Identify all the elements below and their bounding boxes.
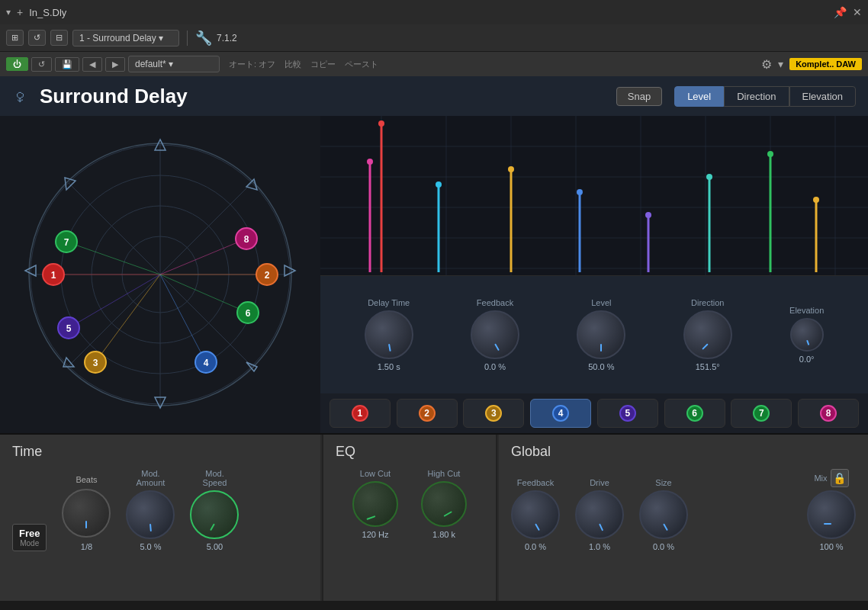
close-icon[interactable]: ✕ bbox=[853, 6, 862, 18]
mod-speed-label: Mod. Speed bbox=[203, 469, 227, 487]
high-cut-group: High Cut 1.80 k bbox=[421, 469, 467, 539]
drive-label: Drive bbox=[590, 478, 609, 487]
knob-area: Delay Time 1.50 s Feedback 0.0 % Level 5… bbox=[320, 276, 868, 393]
auto-label: オート: オフ bbox=[229, 59, 275, 70]
gear-icon[interactable]: ⚙ bbox=[761, 57, 772, 72]
eq-panel-title: EQ bbox=[336, 444, 484, 460]
channel-6-btn[interactable]: 6 bbox=[664, 399, 725, 428]
channel-7-btn[interactable]: 7 bbox=[731, 399, 792, 428]
link-btn[interactable]: ⊟ bbox=[50, 30, 68, 46]
time-panel-title: Time bbox=[12, 444, 308, 460]
delay-time-knob[interactable] bbox=[365, 310, 413, 359]
svg-point-71 bbox=[813, 197, 819, 203]
mix-label: Mix bbox=[814, 474, 827, 483]
low-cut-knob[interactable] bbox=[352, 481, 398, 527]
level-display bbox=[320, 116, 868, 276]
channel-5-btn[interactable]: 5 bbox=[597, 399, 658, 428]
global-knobs: Feedback 0.0 % Drive 1.0 % Size 0.0 % bbox=[511, 469, 856, 551]
beats-knob[interactable] bbox=[62, 489, 111, 538]
feedback-value: 0.0 % bbox=[484, 362, 506, 371]
save-nav-btn[interactable]: 💾 bbox=[55, 57, 79, 72]
direction-view-btn[interactable]: Direction bbox=[724, 86, 789, 107]
eq-panel: EQ Low Cut 120 Hz High Cut 1.80 k bbox=[322, 435, 497, 601]
pin-icon[interactable]: 📌 bbox=[834, 6, 847, 18]
forward-btn[interactable]: ▶ bbox=[105, 57, 125, 72]
level-bars-svg bbox=[320, 116, 868, 275]
channel-2-btn[interactable]: 2 bbox=[397, 399, 458, 428]
elevation-knob[interactable] bbox=[790, 318, 824, 352]
copy-label[interactable]: コピー bbox=[310, 59, 336, 70]
mode-group: Free Mode bbox=[12, 524, 47, 551]
loop-nav-btn[interactable]: ↺ bbox=[31, 57, 52, 72]
drive-knob[interactable] bbox=[575, 490, 624, 539]
channel-3-btn[interactable]: 3 bbox=[463, 399, 524, 428]
tool-icon[interactable]: 🔧 bbox=[195, 30, 212, 47]
mod-amount-knob[interactable] bbox=[126, 490, 175, 539]
mix-lock-button[interactable]: 🔒 bbox=[831, 469, 849, 487]
mix-group: Mix 🔒 100 % bbox=[807, 469, 856, 551]
svg-marker-10 bbox=[246, 179, 257, 190]
high-cut-knob[interactable] bbox=[421, 481, 467, 527]
chevron-icon[interactable]: ▾ bbox=[778, 58, 783, 70]
delay-time-label: Delay Time bbox=[368, 298, 410, 307]
channel-8-btn[interactable]: 8 bbox=[798, 399, 859, 428]
delay-time-value: 1.50 s bbox=[378, 362, 400, 371]
global-feedback-group: Feedback 0.0 % bbox=[511, 478, 560, 551]
plugin-logo-icon: ⧬ bbox=[12, 88, 27, 105]
svg-point-67 bbox=[706, 174, 712, 180]
size-value: 0.0 % bbox=[653, 542, 674, 551]
power-btn[interactable]: ⏻ bbox=[6, 57, 28, 71]
mix-knob[interactable] bbox=[807, 490, 856, 539]
svg-text:6: 6 bbox=[246, 308, 251, 319]
beats-group: Beats 1/8 bbox=[62, 475, 111, 551]
loop-btn[interactable]: ↺ bbox=[28, 30, 46, 46]
svg-point-65 bbox=[645, 212, 651, 218]
low-cut-group: Low Cut 120 Hz bbox=[352, 469, 398, 539]
svg-text:5: 5 bbox=[66, 323, 72, 334]
channel-4-btn[interactable]: 4 bbox=[530, 399, 591, 428]
view-switcher: Level Direction Elevation bbox=[674, 86, 856, 107]
global-feedback-knob[interactable] bbox=[511, 490, 560, 539]
grid-btn[interactable]: ⊞ bbox=[6, 30, 24, 46]
global-panel-title: Global bbox=[511, 444, 856, 460]
preset-dropdown[interactable]: 1 - Surround Delay ▾ bbox=[72, 30, 179, 47]
size-label: Size bbox=[655, 478, 671, 487]
channel-1-btn[interactable]: 1 bbox=[330, 399, 391, 428]
paste-label[interactable]: ペースト bbox=[345, 59, 378, 70]
high-cut-value: 1.80 k bbox=[432, 530, 455, 539]
mix-value: 100 % bbox=[819, 542, 843, 551]
level-knob[interactable] bbox=[577, 310, 625, 359]
add-icon[interactable]: + bbox=[17, 6, 23, 18]
global-feedback-label: Feedback bbox=[517, 478, 554, 487]
elevation-view-btn[interactable]: Elevation bbox=[789, 86, 856, 107]
plugin-file-name: In_S.Dly bbox=[29, 7, 425, 18]
free-mode-button[interactable]: Free Mode bbox=[12, 524, 47, 551]
level-label: Level bbox=[591, 298, 611, 307]
bottom-panels: Time Free Mode Beats 1/8 Mod. Amount bbox=[0, 433, 868, 601]
preset-nav-dropdown[interactable]: default* ▾ bbox=[128, 56, 220, 72]
mod-speed-group: Mod. Speed 5.00 bbox=[190, 469, 239, 551]
svg-line-38 bbox=[160, 239, 246, 274]
delay-time-group: Delay Time 1.50 s bbox=[365, 298, 413, 371]
svg-point-57 bbox=[378, 120, 384, 127]
time-inner: Free Mode Beats 1/8 Mod. Amount 5.0 % Mo… bbox=[12, 469, 308, 551]
feedback-knob[interactable] bbox=[471, 310, 519, 359]
elevation-value: 0.0° bbox=[799, 355, 815, 364]
snap-button[interactable]: Snap bbox=[616, 87, 662, 106]
level-view-btn[interactable]: Level bbox=[674, 86, 724, 107]
beats-value: 1/8 bbox=[81, 542, 92, 551]
dropdown-arrow-icon[interactable]: ▾ bbox=[6, 7, 11, 18]
svg-line-35 bbox=[66, 242, 160, 274]
direction-label: Direction bbox=[691, 298, 724, 307]
komplet-btn[interactable]: Komplet.. DAW bbox=[789, 58, 862, 70]
compare-label[interactable]: 比較 bbox=[285, 59, 301, 70]
nav-bar: ⏻ ↺ 💾 ◀ ▶ default* ▾ オート: オフ 比較 コピー ペースト… bbox=[0, 52, 868, 76]
right-panel: Delay Time 1.50 s Feedback 0.0 % Level 5… bbox=[320, 116, 868, 433]
direction-knob[interactable] bbox=[683, 310, 732, 359]
mod-speed-knob[interactable] bbox=[190, 490, 239, 539]
back-btn[interactable]: ◀ bbox=[82, 57, 102, 72]
low-cut-label: Low Cut bbox=[360, 469, 391, 478]
elevation-group: Elevation 0.0° bbox=[789, 306, 824, 364]
feedback-label: Feedback bbox=[477, 298, 513, 307]
size-knob[interactable] bbox=[639, 490, 688, 539]
